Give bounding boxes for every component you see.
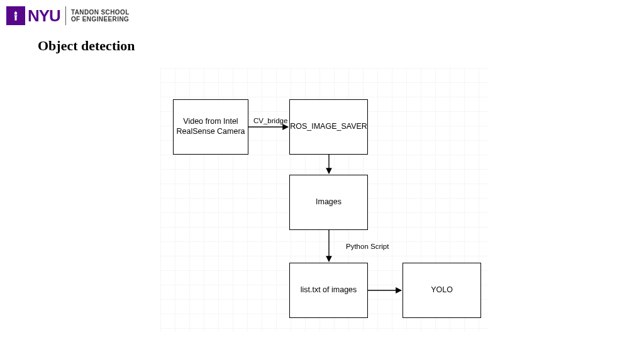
brand-text: NYU <box>28 6 60 26</box>
logo-divider <box>65 6 66 25</box>
torch-icon <box>6 6 25 25</box>
arrows <box>160 68 349 162</box>
page-title: Object detection <box>38 38 135 54</box>
nyu-logo: NYU TANDON SCHOOL OF ENGINEERING <box>6 5 130 26</box>
node-list-txt: list.txt of images <box>289 263 368 318</box>
node-images: Images <box>289 175 368 230</box>
school-line1: TANDON SCHOOL <box>71 9 130 16</box>
node-yolo: YOLO <box>402 263 481 318</box>
flow-diagram: Video from Intel RealSense Camera ROS_IM… <box>160 68 487 332</box>
school-name: TANDON SCHOOL OF ENGINEERING <box>71 9 130 23</box>
school-line2: OF ENGINEERING <box>71 16 130 23</box>
edge-label-python-script: Python Script <box>346 243 389 250</box>
